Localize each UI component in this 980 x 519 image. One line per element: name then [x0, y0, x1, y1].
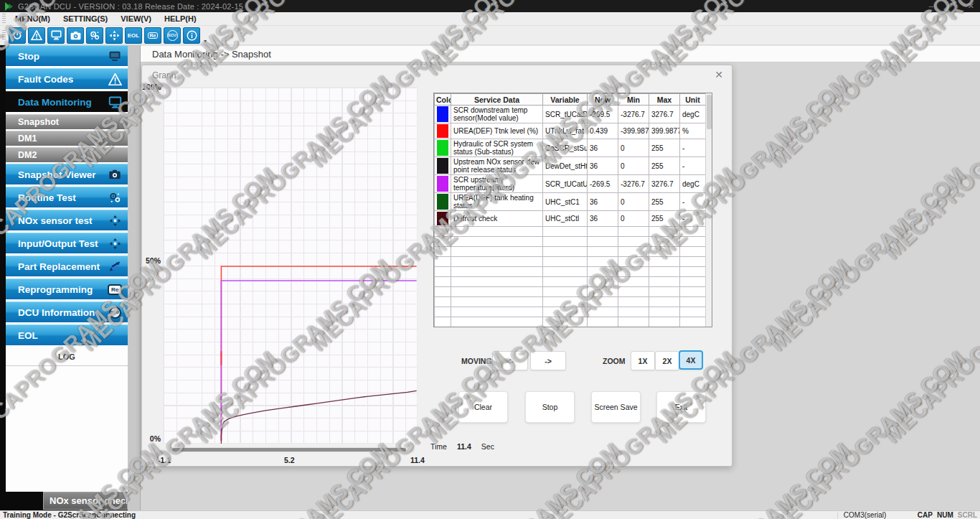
- sidebar-item-label: Routine Test: [18, 192, 76, 203]
- table-row[interactable]: UREA(DEF) Ttnk level (%) UTnkLvl_rat 0.4…: [435, 123, 706, 139]
- sidebar-item-snapshot-viewer[interactable]: Snapshot Viewer: [6, 164, 128, 184]
- table-vertical-scrollbar[interactable]: [705, 93, 712, 327]
- sidebar-item-dcu-information[interactable]: DCU Information ECU: [6, 301, 128, 322]
- graph-horizontal-scrollbar[interactable]: [168, 447, 415, 452]
- cell-now: 0.439: [588, 123, 618, 139]
- menu-item-settings[interactable]: SETTING(S): [57, 12, 114, 26]
- move-left-button[interactable]: <-: [492, 351, 528, 370]
- menu-grip: [2, 14, 6, 24]
- clear-button[interactable]: Clear: [458, 391, 508, 423]
- sidebar-item-input-output-test[interactable]: Input/Output Test: [6, 233, 128, 253]
- nox-sensor-test-icon[interactable]: [105, 27, 123, 44]
- sidebar: Stop Fault Codes Data Monitoring: [0, 45, 141, 510]
- reprogramming-icon-text: Re: [148, 32, 159, 39]
- table-row-empty: [435, 257, 706, 267]
- zoom-4x-button[interactable]: 4X: [679, 350, 703, 370]
- sidebar-item-data-monitoring[interactable]: Data Monitoring: [6, 91, 128, 112]
- col-header-service-data[interactable]: Service Data: [451, 94, 543, 106]
- app-window: G2SCAN DCU - VERSION : 03.18 Release Dat…: [0, 0, 980, 519]
- sidebar-item-label: Part Replacement: [18, 261, 100, 272]
- close-button[interactable]: ✕: [968, 0, 974, 12]
- cell-service-data: Defrost check: [451, 211, 543, 227]
- eol-icon[interactable]: EOL: [125, 27, 142, 44]
- sidebar-item-eol[interactable]: EOL: [6, 324, 128, 345]
- cell-variable: SCR_tUCatUsT: [543, 175, 588, 193]
- col-header-now[interactable]: Now: [588, 94, 618, 106]
- dcu-information-icon-text: ECU: [167, 30, 178, 41]
- window-title: G2SCAN DCU - VERSION : 03.18 Release Dat…: [18, 2, 243, 11]
- sidebar-item-reprogramming[interactable]: Reprogramming Re: [6, 279, 128, 299]
- table-row-empty: [435, 287, 706, 297]
- col-header-max[interactable]: Max: [649, 94, 680, 106]
- screen-save-button[interactable]: Screen Save: [591, 391, 641, 423]
- sidebar-item-dm1[interactable]: DM1: [6, 131, 128, 146]
- table-row[interactable]: SCR upstream temperature(filterd) SCR_tU…: [435, 175, 706, 193]
- sidebar-item-label: DM2: [18, 150, 37, 160]
- fault-codes-icon[interactable]: [28, 27, 45, 44]
- cell-now: -269.5: [588, 106, 618, 123]
- toolbar-overflow-icon[interactable]: ▾: [204, 38, 207, 45]
- cell-variable: DewDet_stHtgLS: [543, 157, 588, 175]
- col-header-unit[interactable]: Unit: [680, 94, 706, 106]
- cell-unit: degC: [680, 175, 706, 193]
- sidebar-item-part-replacement[interactable]: Part Replacement: [6, 256, 128, 276]
- col-header-variable[interactable]: Variable: [543, 94, 588, 106]
- status-empty-segment: [787, 512, 837, 519]
- snapshot-viewer-icon[interactable]: [67, 27, 84, 44]
- sidebar-item-nox-sensor-test[interactable]: NOx sensor test: [6, 210, 128, 230]
- cell-max: 255: [649, 139, 680, 157]
- maximize-button[interactable]: ▫: [949, 0, 952, 12]
- menu-item-help[interactable]: HELP(H): [158, 12, 203, 26]
- zoom-1x-button[interactable]: 1X: [631, 351, 655, 370]
- power-icon[interactable]: [9, 27, 26, 44]
- table-row[interactable]: Hydraulic of SCR system status (Sub-stat…: [435, 139, 706, 157]
- series-line: [221, 281, 416, 441]
- sidebar-item-dm2[interactable]: DM2: [6, 147, 128, 162]
- stop-button[interactable]: Stop: [525, 391, 575, 423]
- cell-service-data: SCR upstream temperature(filterd): [451, 175, 543, 193]
- minimize-button[interactable]: –: [929, 0, 933, 12]
- cell-unit: -: [680, 157, 706, 175]
- sidebar-item-snapshot[interactable]: Snapshot: [6, 114, 128, 129]
- sidebar-item-label: Input/Output Test: [18, 238, 98, 249]
- cell-unit: %: [680, 123, 706, 139]
- nox-sensor-check-button[interactable]: NOx sensor check: [43, 492, 128, 510]
- col-header-color[interactable]: Colo: [435, 94, 451, 106]
- graph-dialog: Graph ✕ 100% 50% 0% -1.1 5.2 11.4 Time 1…: [141, 65, 732, 467]
- table-row[interactable]: UREA(DEF) tank heating status UHC_stC1 3…: [435, 193, 706, 211]
- table-row[interactable]: SCR downstream temp sensor(Model value) …: [435, 106, 706, 123]
- cell-service-data: UREA(DEF) Ttnk level (%): [451, 123, 543, 139]
- series-color-swatch: [437, 212, 448, 225]
- sidebar-item-routine-test[interactable]: Routine Test: [6, 187, 128, 207]
- routine-test-icon[interactable]: [86, 27, 103, 44]
- dcu-information-icon[interactable]: ECU: [164, 27, 181, 44]
- series-color-swatch: [437, 106, 448, 122]
- exit-button[interactable]: Exit: [656, 391, 706, 423]
- info-icon[interactable]: [183, 27, 200, 44]
- cell-min: 0: [618, 139, 649, 157]
- sidebar-item-label: NOx sensor test: [18, 215, 93, 226]
- table-row[interactable]: Defrost check UHC_stCtl 36 0 255 -: [435, 211, 706, 227]
- cell-max: 255: [649, 211, 680, 227]
- data-monitoring-icon[interactable]: [47, 27, 65, 44]
- status-num: NUM: [937, 511, 953, 519]
- sidebar-item-label: EOL: [18, 330, 38, 341]
- scrollbar-thumb[interactable]: [707, 95, 712, 129]
- series-color-swatch: [437, 140, 448, 156]
- menu-item-menu[interactable]: MENU(M): [9, 12, 57, 26]
- sidebar-item-fault-codes[interactable]: Fault Codes: [6, 68, 128, 89]
- zoom-2x-button[interactable]: 2X: [655, 351, 679, 370]
- table-row[interactable]: Upstream NOx sensor dew point release st…: [435, 157, 706, 175]
- dialog-close-icon[interactable]: ✕: [715, 69, 723, 80]
- col-header-min[interactable]: Min: [618, 94, 649, 106]
- content-area: Data Monitoring -> Snapshot Graph ✕ 100%…: [141, 45, 980, 510]
- cell-variable: SCR_tUCatDsT: [543, 106, 588, 123]
- cell-now: -269.5: [588, 175, 618, 193]
- sidebar-item-stop[interactable]: Stop: [6, 45, 128, 66]
- cell-max: 255: [649, 193, 680, 211]
- move-right-button[interactable]: ->: [530, 351, 566, 370]
- reprogramming-icon[interactable]: Re: [144, 27, 161, 44]
- menu-item-view[interactable]: VIEW(V): [114, 12, 158, 26]
- reprogramming-badge-icon: Re: [107, 282, 123, 296]
- scrollbar-thumb[interactable]: [172, 448, 406, 452]
